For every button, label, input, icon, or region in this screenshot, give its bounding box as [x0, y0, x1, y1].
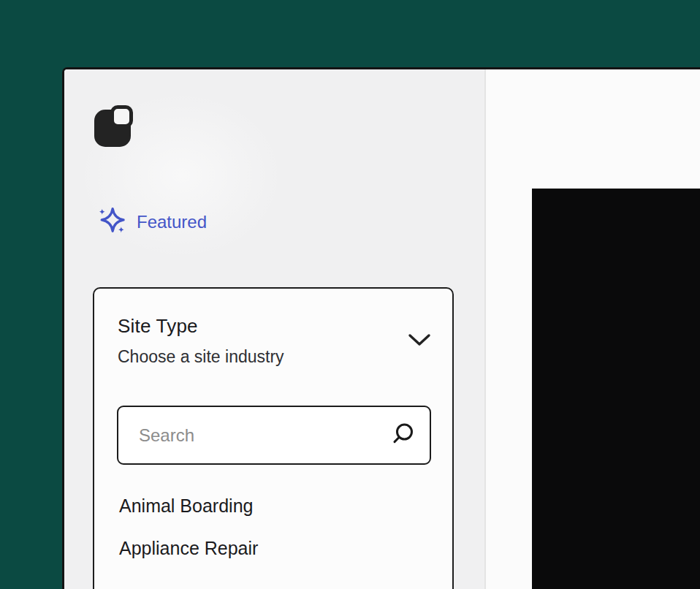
- site-type-header[interactable]: Site Type Choose a site industry: [94, 289, 452, 367]
- search-box: [117, 406, 431, 465]
- site-preview-placeholder: [532, 189, 700, 589]
- list-item-industry[interactable]: Appliance Repair: [119, 537, 430, 559]
- list-item-industry[interactable]: Animal Boarding: [119, 495, 430, 517]
- card-subtitle: Choose a site industry: [118, 347, 401, 367]
- app-logo-icon: [94, 105, 134, 147]
- sidebar-item-label: Featured: [137, 212, 207, 232]
- sidebar: Featured Site Type Choose a site industr…: [64, 69, 486, 589]
- sidebar-item-featured[interactable]: Featured: [95, 205, 207, 239]
- industry-list: Animal Boarding Appliance Repair: [119, 495, 430, 580]
- site-type-card: Site Type Choose a site industry Animal …: [93, 287, 454, 589]
- sparkles-icon: [95, 205, 129, 239]
- preview-area: [486, 69, 700, 589]
- site-setup-panel: Featured Site Type Choose a site industr…: [62, 67, 700, 589]
- search-input[interactable]: [117, 406, 431, 465]
- logo-square-light: [110, 105, 133, 128]
- card-title: Site Type: [118, 315, 401, 337]
- onboarding-screen: Featured Site Type Choose a site industr…: [0, 0, 700, 589]
- chevron-down-icon: [407, 332, 432, 348]
